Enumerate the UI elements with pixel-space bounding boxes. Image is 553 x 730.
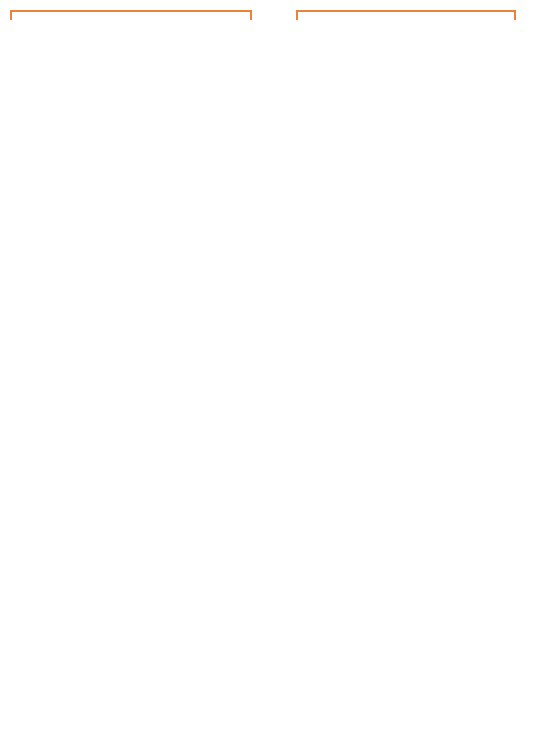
step1-inoc-box: Inoculate 1 ml of diluted sample each Cr… — [296, 10, 516, 20]
step1-dilute-box: 25 g (ml) sample + 225 ml dilution; homo… — [10, 10, 252, 20]
